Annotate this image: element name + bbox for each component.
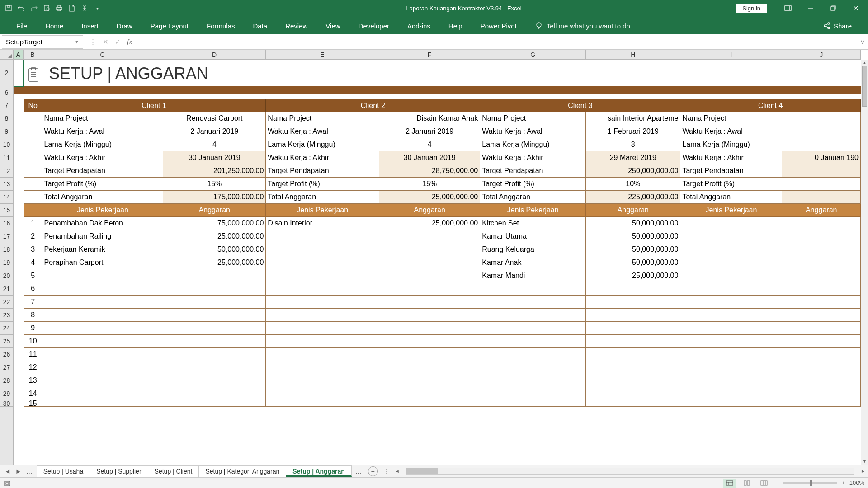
sheet-tab[interactable]: Setup | Client bbox=[148, 465, 199, 477]
cell[interactable]: 8 bbox=[24, 309, 42, 322]
enter-icon[interactable]: ✓ bbox=[115, 38, 121, 46]
cell[interactable] bbox=[266, 374, 379, 387]
cell[interactable] bbox=[42, 269, 164, 282]
close-button[interactable] bbox=[845, 0, 866, 16]
cell[interactable] bbox=[14, 374, 24, 387]
col-header-h[interactable]: H bbox=[586, 50, 680, 59]
col-header-e[interactable]: E bbox=[266, 50, 379, 59]
ribbon-display-icon[interactable] bbox=[778, 0, 798, 16]
cell[interactable]: 75,000,000.00 bbox=[163, 217, 266, 230]
row-header[interactable]: 23 bbox=[0, 309, 13, 322]
cell[interactable] bbox=[163, 348, 266, 361]
cell[interactable]: Penambahan Dak Beton bbox=[42, 217, 164, 230]
cell[interactable]: 50,000,000.00 bbox=[586, 256, 680, 269]
cell[interactable] bbox=[680, 400, 782, 407]
cell[interactable]: 4 bbox=[163, 138, 266, 151]
cell[interactable] bbox=[480, 387, 586, 400]
cell[interactable]: Penambahan Railing bbox=[42, 230, 164, 243]
tab-view[interactable]: View bbox=[316, 18, 349, 34]
sheet-tab[interactable]: Setup | Usaha bbox=[37, 465, 90, 477]
row-header[interactable]: 8 bbox=[0, 112, 13, 125]
cell[interactable] bbox=[680, 335, 782, 348]
cell[interactable]: Waktu Kerja : Akhir bbox=[480, 151, 586, 164]
cell[interactable] bbox=[14, 400, 24, 407]
row-header[interactable]: 22 bbox=[0, 296, 13, 309]
row-header[interactable]: 27 bbox=[0, 361, 13, 374]
cell[interactable] bbox=[163, 361, 266, 374]
cell[interactable]: 25,000,000.00 bbox=[379, 191, 480, 204]
select-all-button[interactable] bbox=[0, 50, 14, 59]
cell[interactable] bbox=[266, 296, 379, 309]
cell[interactable]: 30 Januari 2019 bbox=[163, 151, 266, 164]
undo-icon[interactable] bbox=[17, 4, 25, 12]
cell[interactable]: Target Profit (%) bbox=[42, 178, 164, 191]
cell[interactable] bbox=[379, 269, 480, 282]
cell[interactable]: Waktu Kerja : Awal bbox=[266, 125, 379, 138]
row-header[interactable]: 18 bbox=[0, 243, 13, 256]
cell[interactable]: Kamar Mandi bbox=[480, 269, 586, 282]
cell[interactable]: Pekerjaan Keramik bbox=[42, 243, 164, 256]
cell[interactable]: 14 bbox=[24, 387, 42, 400]
cell[interactable] bbox=[379, 348, 480, 361]
cell[interactable] bbox=[14, 217, 24, 230]
row-header[interactable]: 28 bbox=[0, 374, 13, 387]
cell[interactable] bbox=[680, 256, 782, 269]
minimize-button[interactable] bbox=[800, 0, 821, 16]
add-sheet-button[interactable]: + bbox=[368, 466, 378, 476]
sheet-tab[interactable]: Setup | Supplier bbox=[90, 465, 148, 477]
cell[interactable] bbox=[14, 151, 24, 164]
row-header[interactable]: 16 bbox=[0, 217, 13, 230]
cell[interactable] bbox=[24, 178, 42, 191]
cell[interactable] bbox=[586, 348, 680, 361]
row-header[interactable]: 12 bbox=[0, 164, 13, 178]
tab-next-icon[interactable]: ► bbox=[14, 468, 24, 475]
tab-insert[interactable]: Insert bbox=[72, 18, 108, 34]
tab-formulas[interactable]: Formulas bbox=[198, 18, 244, 34]
cell[interactable] bbox=[782, 178, 861, 191]
cancel-icon[interactable]: ✕ bbox=[103, 38, 108, 46]
row-header[interactable]: 14 bbox=[0, 191, 13, 204]
cell[interactable] bbox=[266, 309, 379, 322]
row-header[interactable]: 24 bbox=[0, 322, 13, 335]
row-header[interactable]: 10 bbox=[0, 138, 13, 151]
cell[interactable] bbox=[379, 296, 480, 309]
cell[interactable]: 2 bbox=[24, 230, 42, 243]
tab-file[interactable]: File bbox=[7, 18, 36, 34]
cell[interactable]: 25,000,000.00 bbox=[586, 269, 680, 282]
tab-page-layout[interactable]: Page Layout bbox=[142, 18, 198, 34]
cell[interactable] bbox=[680, 269, 782, 282]
cell[interactable] bbox=[14, 99, 24, 112]
cell[interactable]: Waktu Kerja : Awal bbox=[42, 125, 164, 138]
view-page-layout-button[interactable] bbox=[741, 479, 753, 488]
new-file-icon[interactable] bbox=[68, 4, 76, 12]
zoom-out-button[interactable]: − bbox=[775, 479, 778, 486]
scrollbar-thumb[interactable] bbox=[862, 66, 867, 107]
tab-prev-icon[interactable]: ◄ bbox=[3, 468, 13, 475]
tab-developer[interactable]: Developer bbox=[349, 18, 398, 34]
col-header-c[interactable]: C bbox=[42, 50, 163, 59]
zoom-level[interactable]: 100% bbox=[849, 479, 864, 486]
cell[interactable] bbox=[266, 282, 379, 296]
cell[interactable] bbox=[680, 217, 782, 230]
cell[interactable]: Total Anggaran bbox=[680, 191, 782, 204]
cell[interactable] bbox=[14, 322, 24, 335]
row-header[interactable]: 9 bbox=[0, 125, 13, 138]
cell[interactable] bbox=[42, 374, 164, 387]
cell[interactable] bbox=[266, 322, 379, 335]
hscroll-left-icon[interactable]: ◄ bbox=[395, 469, 400, 474]
cell[interactable] bbox=[24, 204, 42, 217]
cell[interactable] bbox=[586, 400, 680, 407]
cell[interactable] bbox=[379, 322, 480, 335]
tell-me-search[interactable]: Tell me what you want to do bbox=[526, 17, 639, 34]
cell[interactable]: Waktu Kerja : Akhir bbox=[266, 151, 379, 164]
zoom-slider[interactable] bbox=[783, 482, 837, 484]
cell[interactable]: Lama Kerja (Minggu) bbox=[42, 138, 164, 151]
cell[interactable]: Perapihan Carport bbox=[42, 256, 164, 269]
tab-draw[interactable]: Draw bbox=[108, 18, 142, 34]
scroll-up-icon[interactable]: ▲ bbox=[861, 60, 868, 66]
cell[interactable] bbox=[24, 125, 42, 138]
cell[interactable]: 50,000,000.00 bbox=[586, 217, 680, 230]
sheet-content[interactable]: SETUP | ANGGARAN No Client 1 Client 2 Cl… bbox=[14, 60, 861, 465]
col-header-d[interactable]: D bbox=[163, 50, 266, 59]
cell[interactable] bbox=[782, 374, 861, 387]
